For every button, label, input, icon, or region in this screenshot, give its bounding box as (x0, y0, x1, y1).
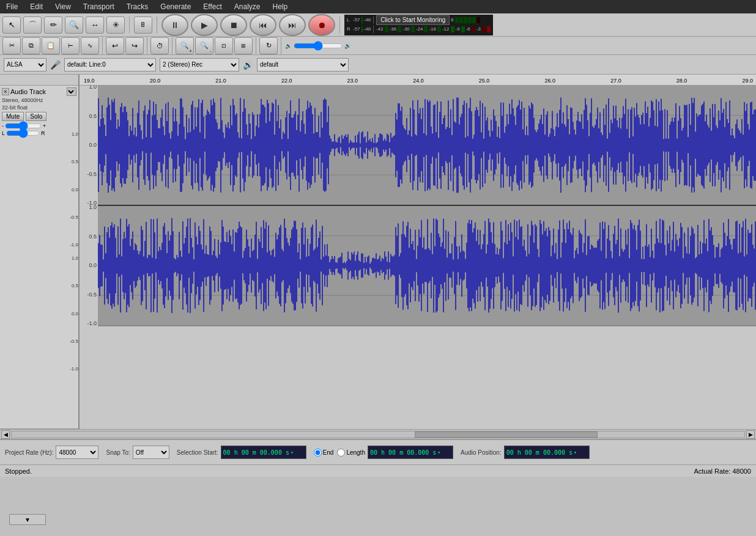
tool-select-cursor[interactable]: ↖ (2, 17, 21, 34)
mixer-icon[interactable]: 🎚 (134, 17, 152, 34)
pan-right-label: R (41, 130, 45, 136)
menu-transport[interactable]: Transport (77, 1, 120, 12)
gain-up-icon: 🔊 (344, 43, 351, 49)
channels-select[interactable]: 2 (Stereo) Rec (160, 58, 239, 72)
audio-position-label: Audio Position: (461, 449, 502, 456)
tool-zoom[interactable]: 🔍 (65, 17, 83, 34)
hscrollbar-thumb[interactable] (415, 431, 598, 438)
timer-button[interactable]: ⏱ (150, 37, 169, 54)
tool-timeshift[interactable]: ↔ (86, 17, 104, 34)
snap-to-select[interactable]: Off (133, 446, 169, 459)
selection-start-value: 00 h 00 m 00.000 s (223, 449, 289, 456)
menu-generate[interactable]: Generate (154, 1, 197, 12)
track-scroll-down[interactable]: ▼ (9, 514, 46, 525)
sep2 (157, 17, 157, 34)
hscroll-left-btn[interactable]: ◀ (1, 430, 10, 439)
end-radio[interactable] (314, 449, 322, 457)
vu-db-right-2: -48 (364, 26, 371, 32)
zoom-sel-button[interactable]: ⊞ (234, 37, 253, 54)
snap-to-label: Snap To: (106, 449, 130, 456)
host-select[interactable]: ALSA (4, 58, 46, 72)
monitor-button[interactable]: Click to Start Monitoring (376, 15, 450, 25)
device-toolbar: ALSA 🎤 default: Line:0 2 (Stereo) Rec 🔊 … (0, 55, 756, 75)
length-radio-label[interactable]: Length (337, 449, 365, 457)
record-button[interactable]: ⏺ (308, 14, 335, 36)
track-gain-slider[interactable] (5, 123, 42, 128)
vu-seg-r6 (476, 17, 480, 23)
project-rate-section: Project Rate (Hz): 48000 (5, 446, 98, 459)
length-radio[interactable] (337, 449, 345, 457)
selection-start-input[interactable]: 00 h 00 m 00.000 s ▾ (221, 446, 306, 459)
tool-multi[interactable]: ✳ (106, 17, 125, 34)
project-rate-select[interactable]: 48000 (56, 446, 98, 459)
copy-button[interactable]: ⧉ (22, 37, 40, 54)
scale-neg0.5-upper: -0.5 (70, 215, 78, 220)
hscroll-right-btn[interactable]: ▶ (746, 430, 755, 439)
play-button[interactable]: ▶ (191, 14, 218, 36)
selection-end-input[interactable]: 00 h 00 m 00.000 s ▾ (368, 446, 453, 459)
zoom-out-button[interactable]: 🔍- (195, 37, 213, 54)
audio-position-dropdown[interactable]: ▾ (574, 450, 577, 455)
undo-button[interactable]: ↩ (106, 37, 124, 54)
menu-view[interactable]: View (49, 1, 77, 12)
vu-sep2 (373, 26, 374, 33)
selection-end-dropdown[interactable]: ▾ (437, 450, 440, 455)
project-rate-label: Project Rate (Hz): (5, 449, 53, 456)
track-close-button[interactable]: × (2, 88, 9, 95)
timeline-header-placeholder (0, 75, 78, 86)
forward-button[interactable]: ⏭ (279, 14, 306, 36)
zoom-in-button[interactable]: 🔍+ (176, 37, 194, 54)
cut-button[interactable]: ✂ (2, 37, 21, 54)
silence-button[interactable]: ∿ (81, 37, 99, 54)
toolbar-row-1: ↖ ⌒ ✏ 🔍 ↔ ✳ 🎚 ⏸ ▶ ⏹ ⏮ ⏭ ⏺ L -57 -48 Clic… (0, 13, 756, 37)
pause-button[interactable]: ⏸ (161, 14, 188, 36)
selection-start-dropdown[interactable]: ▾ (291, 450, 294, 455)
vu-l-label: L (347, 17, 352, 23)
scale-neg1.0-lower: -1.0 (70, 366, 78, 372)
trim-button[interactable]: ⊢ (61, 37, 80, 54)
marker-24: 24.0 (413, 78, 424, 84)
vu-seg-l1 (361, 17, 363, 23)
vu-row-right: R -57 -48 -42 -36 -30 -24 -18 -12 -9 -6 … (347, 25, 491, 34)
waveform-area: 19.0 20.0 21.0 22.0 23.0 24.0 25.0 26.0 … (80, 75, 756, 429)
waveform-canvas[interactable] (80, 86, 756, 429)
menu-tracks[interactable]: Tracks (120, 1, 155, 12)
gain-minus-label: - (2, 123, 4, 129)
end-radio-label[interactable]: End (314, 449, 334, 457)
track-pan-slider[interactable] (6, 131, 40, 136)
zoom-fit-button[interactable]: ⊡ (215, 37, 233, 54)
tool-pencil[interactable]: ✏ (44, 17, 62, 34)
rewind-button[interactable]: ⏮ (250, 14, 276, 36)
vu-db-left-1: -57 (353, 17, 360, 23)
mute-button[interactable]: Mute (2, 112, 24, 121)
input-device-select[interactable]: default: Line:0 (64, 58, 156, 72)
vu-bar-right (455, 17, 491, 23)
timeline-ruler[interactable]: 19.0 20.0 21.0 22.0 23.0 24.0 25.0 26.0 … (80, 75, 756, 86)
menu-help[interactable]: Help (267, 1, 294, 12)
track-menu-dropdown[interactable]: ▾ (67, 87, 76, 96)
tool-envelope[interactable]: ⌒ (23, 17, 42, 34)
gain-slider[interactable] (294, 42, 343, 50)
stop-button[interactable]: ⏹ (220, 14, 247, 36)
vu-db-right-1: -57 (353, 26, 360, 32)
hscrollbar[interactable] (11, 431, 745, 438)
replay-button[interactable]: ↻ (259, 37, 278, 54)
waveform-canvas-container[interactable] (80, 86, 756, 429)
bottom-controls: Project Rate (Hz): 48000 Snap To: Off Se… (0, 439, 756, 464)
menu-file[interactable]: File (0, 1, 24, 12)
menu-analyze[interactable]: Analyze (228, 1, 267, 12)
scale-1.0-lower: 1.0 (72, 255, 78, 261)
output-device-select[interactable]: default (257, 58, 349, 72)
redo-button[interactable]: ↪ (125, 37, 144, 54)
vu-seg-r1 (455, 17, 459, 23)
paste-button[interactable]: 📋 (42, 37, 60, 54)
menu-effect[interactable]: Effect (197, 1, 228, 12)
vu-seg-r2 (459, 17, 463, 23)
gain-down-icon: 🔉 (285, 43, 292, 49)
timeline-markers: 19.0 20.0 21.0 22.0 23.0 24.0 25.0 26.0 … (81, 78, 756, 84)
audio-position-input[interactable]: 00 h 00 m 00.000 s ▾ (504, 446, 590, 459)
menu-edit[interactable]: Edit (24, 1, 49, 12)
scale-0.5-lower: 0.5 (72, 283, 78, 288)
vu-seg-r5 (472, 17, 476, 23)
solo-button[interactable]: Solo (26, 112, 46, 121)
